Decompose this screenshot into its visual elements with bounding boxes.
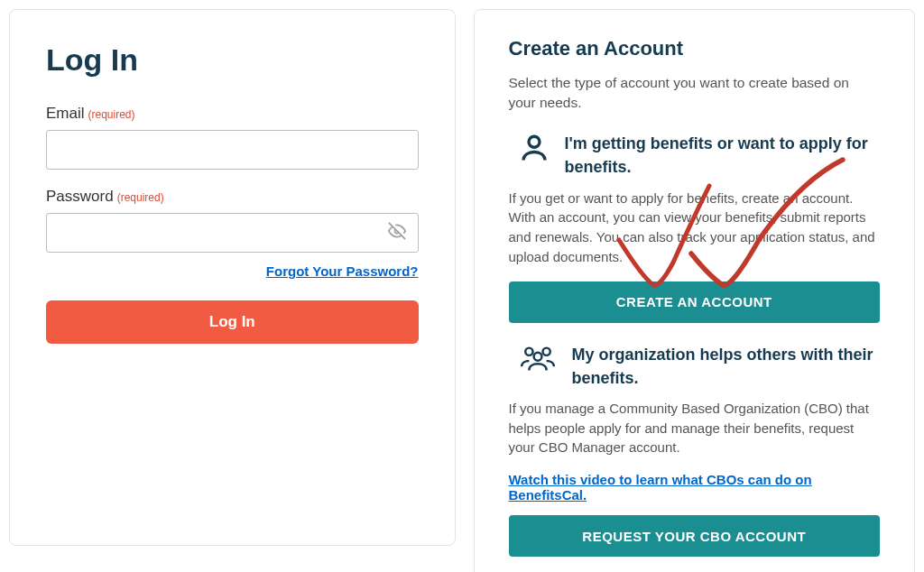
svg-point-3	[542, 347, 550, 355]
login-card: Log In Email(required) Password(required…	[9, 9, 456, 546]
forgot-password-link[interactable]: Forgot Your Password?	[46, 263, 419, 279]
password-label: Password	[46, 188, 114, 206]
password-input[interactable]	[46, 213, 419, 253]
login-button[interactable]: Log In	[46, 300, 419, 344]
request-cbo-account-button[interactable]: REQUEST YOUR CBO ACCOUNT	[509, 515, 881, 557]
cbo-heading: My organization helps others with their …	[572, 343, 881, 390]
email-label-row: Email(required)	[46, 106, 135, 121]
password-required-tag: (required)	[117, 191, 164, 204]
benefits-section-head: I'm getting benefits or want to apply fo…	[509, 132, 881, 179]
benefits-description: If you get or want to apply for benefits…	[509, 189, 881, 267]
svg-point-1	[529, 137, 540, 148]
toggle-password-visibility-icon[interactable]	[388, 222, 406, 244]
benefits-heading: I'm getting benefits or want to apply fo…	[565, 132, 881, 179]
cbo-description: If you manage a Community Based Organiza…	[509, 399, 881, 457]
email-required-tag: (required)	[88, 108, 135, 121]
create-account-title: Create an Account	[509, 37, 881, 60]
cbo-section-head: My organization helps others with their …	[509, 343, 881, 390]
create-account-button[interactable]: CREATE AN ACCOUNT	[509, 281, 881, 323]
create-account-card: Create an Account Select the type of acc…	[474, 9, 916, 572]
password-field-group: Password(required) Forgot Your Password?	[46, 188, 419, 279]
login-title: Log In	[46, 42, 419, 78]
cbo-video-link[interactable]: Watch this video to learn what CBOs can …	[509, 472, 881, 503]
email-input[interactable]	[46, 130, 419, 170]
password-label-row: Password(required)	[46, 189, 164, 204]
create-account-subtitle: Select the type of account you want to c…	[509, 73, 881, 112]
email-field-group: Email(required)	[46, 105, 419, 170]
person-icon	[509, 132, 550, 168]
svg-point-4	[533, 352, 541, 360]
people-group-icon	[509, 343, 558, 379]
email-label: Email	[46, 105, 85, 123]
svg-point-2	[525, 347, 532, 355]
